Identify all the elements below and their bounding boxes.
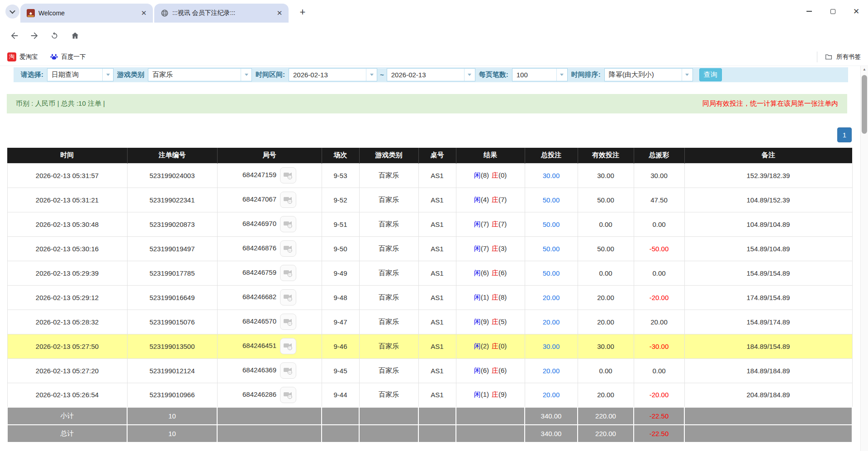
banker-result-value: (5) (498, 318, 507, 325)
bookmark-baidu[interactable]: 百度一下 (50, 52, 86, 61)
banker-result-value: (0) (498, 342, 507, 350)
table-no-cell: AS1 (418, 285, 456, 310)
total-bet-cell: 50.00 (525, 261, 578, 285)
maximize-button[interactable] (821, 0, 844, 23)
video-replay-button[interactable] (280, 216, 296, 232)
round-id-cell: 684247067 (217, 188, 322, 212)
banker-result-label: 庄 (492, 269, 498, 277)
round-id-cell: 684246570 (217, 310, 322, 334)
result-cell: 闲(8)庄(0) (456, 163, 525, 188)
player-result-value: (1) (481, 390, 489, 398)
chevron-down-icon (9, 8, 15, 14)
banker-result-value: (6) (498, 366, 507, 374)
payout-cell: 0.00 (634, 261, 684, 285)
total-bet-link[interactable]: 20.00 (543, 367, 560, 375)
minimize-button[interactable] (797, 0, 821, 23)
round-id-cell: 684246682 (217, 285, 322, 310)
table-row: 2026-02-13 05:31:57 523199024003 6842471… (7, 163, 852, 188)
back-button[interactable] (7, 28, 22, 43)
date-to-select[interactable]: 2026-02-13 (387, 68, 475, 81)
video-replay-button[interactable] (280, 289, 296, 305)
table-no-cell: AS1 (418, 261, 456, 285)
player-result-value: (8) (481, 171, 489, 179)
video-replay-button[interactable] (280, 314, 296, 330)
total-bet-link[interactable]: 20.00 (543, 391, 560, 399)
page-size-select[interactable]: 100 (512, 68, 568, 81)
result-cell: 闲(6)庄(6) (456, 261, 525, 285)
video-replay-button[interactable] (280, 387, 296, 403)
date-from-select[interactable]: 2026-02-13 (289, 68, 377, 81)
scrollbar-thumb[interactable] (862, 75, 867, 134)
total-bet-link[interactable]: 20.00 (543, 318, 560, 326)
sort-value: 降幂(由大到小) (605, 70, 682, 79)
new-tab-button[interactable]: + (296, 6, 309, 19)
time-cell: 2026-02-13 05:29:12 (7, 285, 127, 310)
payout-cell: 0.00 (634, 212, 684, 236)
valid-bet-cell: 20.00 (578, 310, 634, 334)
total-bet-link[interactable]: 50.00 (543, 245, 560, 253)
player-result-label: 闲 (474, 293, 481, 301)
payout-cell: -50.00 (634, 236, 684, 261)
banker-result-label: 庄 (492, 196, 498, 203)
total-count: 10 (127, 425, 217, 442)
tab-close-icon[interactable]: ✕ (275, 9, 284, 18)
bet-id-cell: 523199010966 (127, 383, 217, 407)
round-id-cell: 684246451 (217, 334, 322, 358)
tab-search-button[interactable] (5, 5, 19, 19)
tab-betrecord[interactable]: :::视讯 会员下注纪录::: ✕ (154, 4, 289, 23)
total-bet-link[interactable]: 30.00 (543, 343, 560, 350)
result-cell: 闲(6)庄(6) (456, 358, 525, 383)
player-result-value: (7) (481, 244, 489, 252)
sort-select[interactable]: 降幂(由大到小) (604, 68, 693, 81)
bookmark-aitaobao[interactable]: 淘 爱淘宝 (7, 52, 38, 61)
forward-button[interactable] (27, 28, 42, 43)
total-bet-cell: 20.00 (525, 310, 578, 334)
query-button[interactable]: 查询 (699, 68, 722, 81)
total-bet-link[interactable]: 50.00 (543, 221, 560, 228)
page-1-button[interactable]: 1 (837, 127, 852, 142)
filter-bar: 请选择: 日期查询 游戏类别 百家乐 时间区间: 2026-02-13 ~ 20… (14, 67, 848, 82)
all-bookmarks-button[interactable]: 所有书签 (817, 52, 861, 62)
video-replay-button[interactable] (280, 265, 296, 281)
tab-welcome[interactable]: ♠ Welcome ✕ (20, 4, 153, 23)
video-replay-button[interactable] (280, 167, 296, 183)
table-row: 2026-02-13 05:29:39 523199017785 6842467… (7, 261, 852, 285)
payout-cell: 0.00 (634, 358, 684, 383)
video-camera-icon (283, 268, 294, 278)
video-replay-button[interactable] (280, 338, 296, 354)
game-type-cell: 百家乐 (359, 310, 418, 334)
player-result-value: (7) (481, 220, 489, 228)
result-cell: 闲(2)庄(0) (456, 334, 525, 358)
vertical-scrollbar[interactable]: ▲ (860, 66, 868, 451)
banker-result-value: (0) (498, 171, 507, 179)
time-cell: 2026-02-13 05:27:50 (7, 334, 127, 358)
game-type-select[interactable]: 百家乐 (148, 68, 252, 81)
table-row: 2026-02-13 05:26:54 523199010966 6842462… (7, 383, 852, 407)
round-id-value: 684246570 (242, 317, 276, 325)
reload-button[interactable] (47, 28, 62, 43)
total-bet-link[interactable]: 50.00 (543, 196, 560, 204)
close-button[interactable]: ✕ (844, 0, 868, 23)
total-bet-link[interactable]: 50.00 (543, 269, 560, 277)
folder-icon (825, 53, 833, 61)
total-bet-cell: 50.00 (525, 212, 578, 236)
query-type-select[interactable]: 日期查询 (47, 68, 114, 81)
valid-bet-cell: 20.00 (578, 383, 634, 407)
video-camera-icon (283, 292, 294, 303)
valid-bet-cell: 50.00 (578, 236, 634, 261)
banker-result-value: (3) (498, 244, 507, 252)
total-bet-link[interactable]: 30.00 (543, 172, 560, 179)
home-button[interactable] (68, 28, 82, 43)
round-id-cell: 684246970 (217, 212, 322, 236)
video-replay-button[interactable] (280, 362, 296, 379)
note-cell: 154.89/104.89 (684, 236, 852, 261)
player-result-value: (6) (481, 269, 489, 277)
banker-result-label: 庄 (492, 293, 498, 301)
scroll-up-icon[interactable]: ▲ (861, 67, 868, 71)
video-replay-button[interactable] (280, 192, 296, 208)
sort-label: 时间排序: (571, 70, 601, 79)
minimize-icon (806, 11, 812, 12)
video-replay-button[interactable] (280, 240, 296, 257)
total-bet-link[interactable]: 20.00 (543, 294, 560, 301)
tab-close-icon[interactable]: ✕ (139, 9, 148, 18)
